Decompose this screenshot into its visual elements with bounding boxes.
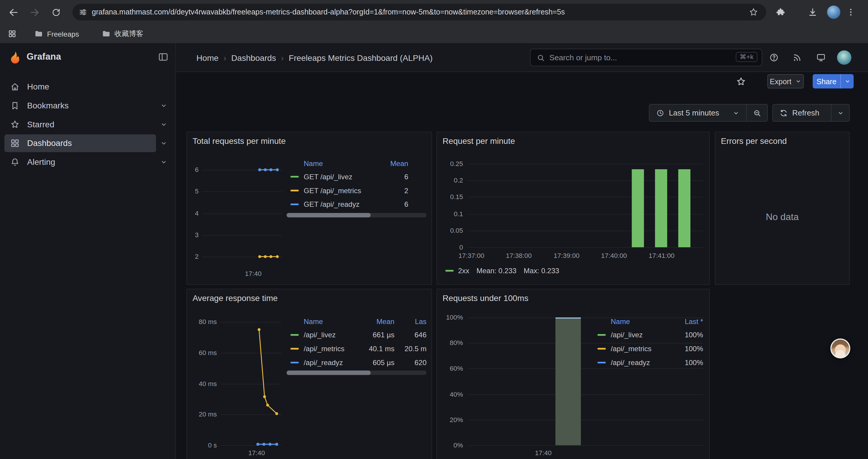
panel-title[interactable]: Total requests per minute <box>193 136 286 145</box>
legend-column-name[interactable]: Name <box>304 317 354 326</box>
browser-reload-button[interactable] <box>47 3 65 21</box>
scrollbar-thumb[interactable] <box>286 213 371 218</box>
refresh-button[interactable]: Refresh <box>773 104 831 121</box>
legend-row[interactable]: GET /api/_readyz 6 <box>286 197 427 211</box>
legend-row[interactable]: GET /api/_metrics 2 <box>286 184 427 198</box>
series-color-swatch <box>290 190 299 191</box>
series-mean-value: 40.1 ms <box>354 345 395 353</box>
series-name[interactable]: /api/_readyz <box>611 358 671 366</box>
sidebar-item-bookmarks[interactable]: Bookmarks <box>4 96 171 114</box>
user-avatar[interactable] <box>837 50 851 65</box>
series-mean-value: 661 µs <box>354 331 395 339</box>
browser-profile-avatar[interactable] <box>827 6 840 19</box>
chart-plot[interactable] <box>468 164 703 247</box>
downloads-icon[interactable] <box>804 3 822 21</box>
time-range-button[interactable]: Last 5 minutes <box>649 104 746 121</box>
legend-scrollbar[interactable] <box>286 213 427 218</box>
share-button[interactable]: Share <box>813 74 840 89</box>
floating-avatar-widget[interactable] <box>831 338 850 358</box>
series-name[interactable]: GET /api/_livez <box>304 172 375 181</box>
legend-row[interactable]: /api/_metrics 40.1 ms 20.5 m <box>286 342 427 356</box>
bookmark-folder-freeleaps[interactable]: Freeleaps <box>31 27 83 41</box>
breadcrumb-dashboards[interactable]: Dashboards <box>231 53 276 62</box>
panel-title[interactable]: Average response time <box>193 293 278 302</box>
refresh-group: Refresh <box>772 104 850 122</box>
legend-row[interactable]: /api/_metrics 100% <box>593 342 703 356</box>
panel-title[interactable]: Request per minute <box>442 136 515 145</box>
legend-column-last[interactable]: Las <box>395 317 427 326</box>
sidebar-item-dashboards[interactable]: Dashboards <box>4 134 171 152</box>
panel-title[interactable]: Requests under 100ms <box>442 293 528 302</box>
breadcrumb-separator: › <box>219 53 231 62</box>
legend-row[interactable]: /api/_livez 661 µs 646 <box>286 328 427 342</box>
panel-requests-under-100ms: Requests under 100ms 100%80%60%40%20%0% … <box>436 289 710 459</box>
chart-plot[interactable] <box>202 170 282 257</box>
series-mean-stat: Mean: 0.233 <box>476 267 517 275</box>
site-settings-icon[interactable] <box>79 8 88 17</box>
chevron-down-icon[interactable] <box>156 158 171 166</box>
chevron-down-icon[interactable] <box>156 139 171 147</box>
chevron-down-icon <box>837 109 844 117</box>
series-color-swatch <box>597 348 606 350</box>
series-name[interactable]: /api/_livez <box>304 331 354 339</box>
sidebar-item-home[interactable]: Home <box>4 77 171 96</box>
share-caret-button[interactable] <box>840 74 854 89</box>
browser-back-button[interactable] <box>4 3 22 21</box>
bookmark-folder-blogs[interactable]: 收藏博客 <box>98 27 147 41</box>
series-name[interactable]: /api/_metrics <box>304 345 354 353</box>
grafana-main: Home › Dashboards › Freeleaps Metrics Da… <box>176 43 868 459</box>
breadcrumb: Home › Dashboards › Freeleaps Metrics Da… <box>196 43 433 72</box>
search-input[interactable]: Search or jump to... ⌘+k <box>530 49 762 66</box>
breadcrumb-home[interactable]: Home <box>196 53 219 62</box>
series-name[interactable]: GET /api/_readyz <box>304 200 375 208</box>
legend-column-last[interactable]: Last * <box>671 317 703 326</box>
apps-grid-icon[interactable] <box>4 27 20 41</box>
series-name[interactable]: /api/_readyz <box>304 358 354 366</box>
series-name[interactable]: /api/_livez <box>611 331 671 339</box>
chevron-down-icon[interactable] <box>156 102 171 109</box>
export-button[interactable]: Export <box>767 74 804 89</box>
series-color-swatch <box>597 362 606 364</box>
address-bar[interactable]: grafana.mathmast.com/d/deytv4rwavabkb/fr… <box>72 4 766 21</box>
chart-plot[interactable] <box>221 322 282 446</box>
series-last-value: 100% <box>671 331 703 339</box>
url-text: grafana.mathmast.com/d/deytv4rwavabkb/fr… <box>92 4 565 21</box>
dock-sidebar-icon[interactable] <box>158 52 169 62</box>
series-name[interactable]: 2xx <box>458 267 469 275</box>
legend-row[interactable]: /api/_readyz 100% <box>593 356 703 369</box>
display-icon[interactable] <box>815 52 826 63</box>
sidebar-item-starred[interactable]: Starred <box>4 115 171 133</box>
extensions-icon[interactable] <box>772 3 789 21</box>
zoom-out-button[interactable] <box>746 104 767 121</box>
legend-row[interactable]: 2xx Mean: 0.233 Max: 0.233 <box>445 267 559 275</box>
scrollbar-thumb[interactable] <box>286 371 371 375</box>
sidebar-item-alerting[interactable]: Alerting <box>4 153 171 171</box>
legend-row[interactable]: /api/_livez 100% <box>593 328 703 342</box>
series-color-swatch <box>290 362 299 364</box>
bookmark-star-icon[interactable] <box>749 7 759 17</box>
legend-column-name[interactable]: Name <box>304 159 375 167</box>
favorite-dashboard-star-icon[interactable] <box>734 75 747 88</box>
legend-column-mean[interactable]: Mean <box>375 159 408 167</box>
browser-menu-icon[interactable] <box>842 3 860 21</box>
browser-forward-button[interactable] <box>25 3 43 21</box>
bell-icon <box>10 157 20 167</box>
legend-column-mean[interactable]: Mean <box>354 317 395 326</box>
grafana-logo-icon[interactable] <box>8 50 22 65</box>
x-axis: 17:37:0017:38:0017:39:0017:40:0017:41:00 <box>468 252 703 261</box>
legend-row[interactable]: GET /api/_livez 6 <box>286 170 427 184</box>
refresh-interval-caret-button[interactable] <box>831 104 849 121</box>
series-name[interactable]: GET /api/_metrics <box>304 186 375 195</box>
series-color-swatch <box>445 270 454 272</box>
legend-scrollbar[interactable] <box>286 371 427 375</box>
chevron-down-icon[interactable] <box>156 120 171 128</box>
series-name[interactable]: /api/_metrics <box>611 345 671 353</box>
legend-column-name[interactable]: Name <box>611 317 671 326</box>
legend-table: Name Mean GET /api/_livez 6 <box>286 157 427 211</box>
help-icon[interactable] <box>769 52 779 63</box>
panel-title[interactable]: Errors per second <box>721 136 787 145</box>
y-axis: 0.250.20.150.10.050 <box>437 164 463 247</box>
series-mean-value: 6 <box>375 172 408 181</box>
legend-row[interactable]: /api/_readyz 605 µs 620 <box>286 356 427 369</box>
news-rss-icon[interactable] <box>792 52 803 63</box>
